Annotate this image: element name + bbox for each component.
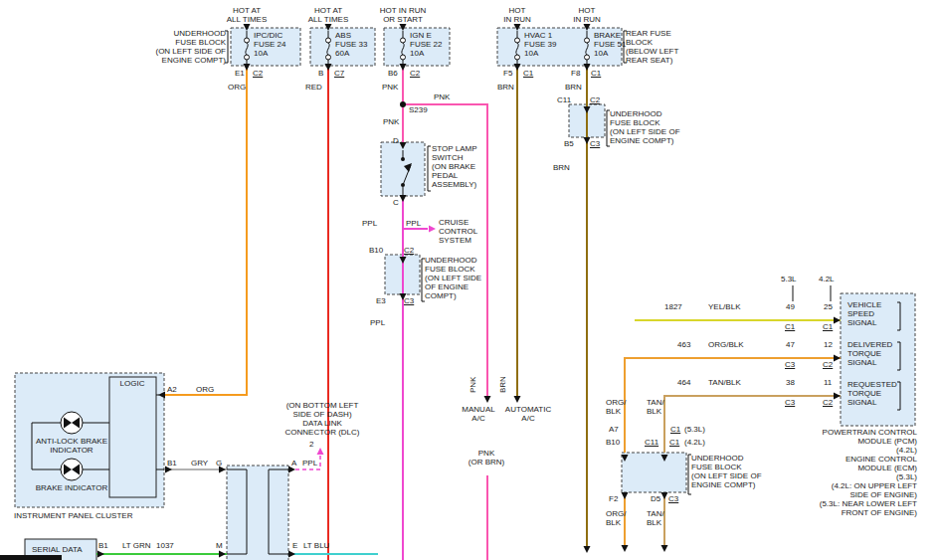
fuse-id: FUSE 33 <box>335 40 367 49</box>
terminal-label: F5 <box>503 69 512 78</box>
wire-color-label: BRN <box>553 163 570 172</box>
underhood-fuse-block-label: UNDERHOOD FUSE BLOCK (ON LEFT SIDE OF EN… <box>155 29 226 65</box>
circuit-number: 1037 <box>156 541 174 550</box>
terminal-label: B <box>318 69 323 78</box>
rear-fuse-block-label: REAR FUSE BLOCK (BELOW LEFT REAR SEAT) <box>626 29 678 65</box>
connector-label: C11 <box>645 438 658 447</box>
terminal-label: B1 <box>167 459 177 467</box>
terminal-label: D5 <box>651 494 660 503</box>
underhood-fuse-block-label: UNDERHOOD FUSE BLOCK (ON LEFT SIDE OF EN… <box>610 109 680 145</box>
terminal-label: E <box>292 541 297 550</box>
wire-color-label: BLK <box>647 518 661 527</box>
terminal-label: M <box>216 541 223 550</box>
logic-label: LOGIC <box>120 379 145 388</box>
terminal-label: B10 <box>369 246 383 255</box>
fuse-id: FUSE 39 <box>524 40 556 49</box>
wire-color-label: PPL <box>362 219 377 228</box>
dlc-box <box>227 466 288 560</box>
fuse-id: FUSE 24 <box>254 40 285 49</box>
connector-label: C3 <box>668 494 678 503</box>
logic-box <box>109 377 156 497</box>
connector-label: C3 <box>590 139 600 148</box>
splice-dot <box>400 101 406 107</box>
serial-data-label: SERIAL DATA <box>32 545 83 554</box>
terminal-label: E3 <box>376 296 386 305</box>
connector-label: C1 <box>823 322 833 331</box>
fuse-amps: 60A <box>335 49 349 58</box>
anti-lock-indicator-lamp-icon <box>61 412 83 434</box>
engine-variant-label: 5.3L <box>781 275 797 283</box>
splice-label: S239 <box>409 105 428 114</box>
fuse-name: BRAKE <box>594 31 621 40</box>
connector-label: C1 <box>670 425 680 434</box>
feed-label: HOT AT <box>233 6 261 15</box>
connector-label: C2 <box>410 69 420 78</box>
connector-label: C1 <box>669 438 679 447</box>
connector-label: C2 <box>823 398 833 407</box>
pin-number: 2 <box>309 440 313 449</box>
wire-color-label: PPL <box>302 459 317 467</box>
feed-label: HOT <box>579 6 596 15</box>
cruise-control-label: CRUISE CONTROL SYSTEM <box>439 218 477 245</box>
wire-color-label: ORG/ <box>606 398 626 407</box>
circuit-number: 464 <box>677 378 690 387</box>
underhood-fuse-block-label: UNDERHOOD FUSE BLOCK (ON LEFT SIDE OF EN… <box>691 454 762 489</box>
wire-color-label: PNK <box>382 83 398 92</box>
feed-label: IN RUN <box>503 15 531 24</box>
wire-color-label: PNK <box>469 377 477 393</box>
cluster-name-label: INSTRUMENT PANEL CLUSTER <box>14 511 132 520</box>
terminal-label: C <box>393 198 399 207</box>
cutoff-box-edge <box>0 555 62 560</box>
wire-color-label: RED <box>305 83 322 92</box>
fuse-amps: 10A <box>254 49 268 58</box>
wire-color-label: ORG <box>196 385 214 394</box>
brake-indicator-label: BRAKE INDICATOR <box>36 483 108 492</box>
connector-label: C1 <box>591 69 601 78</box>
connector-label: C3 <box>785 398 795 407</box>
wire-color-label: PNK <box>478 449 494 458</box>
brake-indicator-lamp-icon <box>61 459 83 480</box>
engine-variant-label: (5.3L) <box>684 425 705 434</box>
underhood-fuse-block-label: UNDERHOOD FUSE BLOCK (ON LEFT SIDE OF EN… <box>425 256 481 300</box>
wire-color-label: ORG/ <box>606 509 626 518</box>
manual-ac-label: A/C <box>471 414 484 423</box>
wire-color-label: PNK <box>434 93 450 101</box>
wire-color-label: PNK <box>383 117 399 126</box>
wire-color-label: PPL <box>406 219 421 228</box>
feed-label: OR START <box>383 15 423 24</box>
circuit-number: 1827 <box>664 302 682 311</box>
terminal-label: B10 <box>606 438 620 447</box>
wire-color-label: BRN <box>498 376 507 393</box>
feed-label: HOT AT <box>314 6 342 15</box>
pcm-signal-label: VEHICLE SPEED SIGNAL <box>847 300 881 327</box>
pin-number: 38 <box>786 378 795 387</box>
wire-color-label: BLK <box>647 407 661 416</box>
connector-label: C1 <box>523 69 533 78</box>
pcm-signal-label: REQUESTED TORQUE SIGNAL <box>847 380 897 407</box>
pin-number: 11 <box>824 378 832 387</box>
connector-label: C7 <box>334 69 344 78</box>
pin-number: 25 <box>824 302 833 311</box>
wire-color-label: GRY <box>191 459 208 467</box>
wire-color-label: YEL/BLK <box>708 302 740 311</box>
fuse-name: HVAC 1 <box>524 31 552 40</box>
feed-label: IN RUN <box>573 15 601 24</box>
stop-lamp-switch-label: STOP LAMP SWITCH (ON BRAKE PEDAL ASSEMBL… <box>432 144 477 189</box>
feed-label: ALL TIMES <box>308 15 348 24</box>
pin-number: 49 <box>786 302 795 311</box>
terminal-label: D <box>393 136 399 145</box>
terminal-label: G <box>216 459 222 467</box>
pin-number: 47 <box>786 340 795 349</box>
terminal-label: B5 <box>564 139 574 148</box>
fuse-name: ABS <box>335 31 351 40</box>
anti-lock-indicator-label: INDICATOR <box>50 446 93 455</box>
pcm-signal-label: DELIVERED TORQUE SIGNAL <box>847 340 892 367</box>
connector-label: C2 <box>590 95 600 104</box>
connector-label: C1 <box>785 322 795 331</box>
wire-color-label: LT GRN <box>122 541 151 550</box>
manual-ac-label: MANUAL <box>462 405 494 414</box>
terminal-label: A7 <box>609 425 619 434</box>
wire-color-label: ORG <box>228 83 246 92</box>
wire-color-label: BLK <box>606 407 621 416</box>
pcm-description: POWERTRAIN CONTROL MODULE (PCM) (4.2L) E… <box>820 428 917 517</box>
